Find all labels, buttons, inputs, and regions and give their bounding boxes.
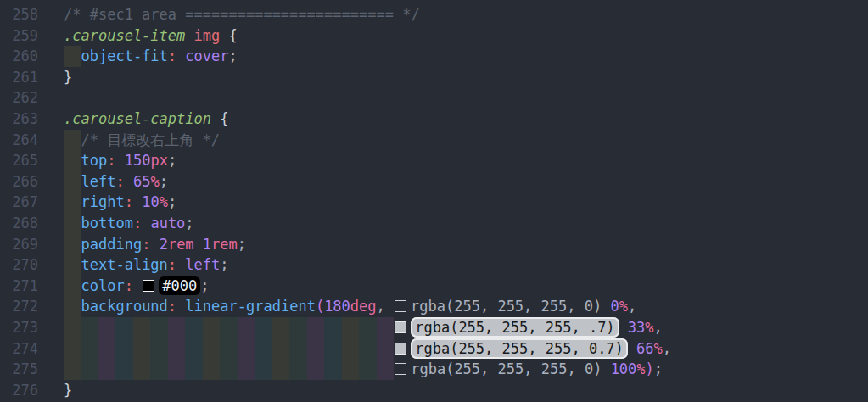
token-val: left <box>185 256 220 273</box>
line-number: 274 <box>0 338 64 360</box>
code-text: /* 目標改右上角 */ <box>64 130 868 151</box>
indent-rainbow-guide <box>81 359 98 380</box>
line-number: 268 <box>0 213 64 234</box>
token-punc <box>125 173 133 190</box>
line-number: 271 <box>0 276 64 297</box>
token-num: 10 <box>142 193 159 210</box>
code-line[interactable]: 264 /* 目標改右上角 */ <box>0 130 868 151</box>
token-num: 150 <box>125 152 151 169</box>
token-punc <box>176 47 185 64</box>
indent-rainbow-guide <box>220 338 237 360</box>
code-line[interactable]: 269 padding: 2rem 1rem; <box>0 234 868 255</box>
code-text: color: #000; <box>64 276 868 297</box>
token-punc <box>602 298 610 315</box>
code-line[interactable]: 276} <box>0 380 868 401</box>
token-punc <box>628 340 636 357</box>
token-punc: , <box>628 298 636 315</box>
token-punc: ; <box>200 277 209 294</box>
token-punc <box>133 277 142 294</box>
code-line[interactable]: 263.carousel-caption { <box>0 109 868 130</box>
indent-rainbow-guide <box>98 338 115 360</box>
token-colon: : <box>168 47 176 64</box>
line-number: 259 <box>0 25 64 47</box>
token-unit: % <box>150 173 159 190</box>
color-decorator-chip[interactable] <box>143 280 154 292</box>
token-num: 33 <box>628 319 645 336</box>
token-unit: % <box>636 360 645 377</box>
code-text: rgba(255, 255, 255, 0.7) 66%, <box>64 338 868 360</box>
indent-rainbow-guide <box>64 359 81 380</box>
indent-rainbow-guide <box>203 359 220 380</box>
indent-rainbow-guide <box>150 338 167 360</box>
indent-rainbow-guide <box>272 317 289 338</box>
indent-rainbow-guide <box>203 338 220 360</box>
code-text: } <box>64 67 868 88</box>
indent-rainbow-guide <box>185 317 202 338</box>
token-selector: .carousel-item <box>64 27 185 44</box>
indent-rainbow-guide <box>307 338 324 360</box>
token-punc <box>619 319 628 336</box>
indent-rainbow-guide <box>324 317 341 338</box>
token-brace: } <box>64 69 72 86</box>
code-line[interactable]: 272 background: linear-gradient(180deg, … <box>0 296 868 317</box>
line-number: 265 <box>0 150 64 171</box>
indent-rainbow-guide <box>64 276 81 297</box>
token-num: 1 <box>203 236 211 253</box>
indent-rainbow-guide <box>150 317 167 338</box>
code-line[interactable]: 261} <box>0 67 868 88</box>
token-colon: : <box>125 277 133 294</box>
code-text: right: 10%; <box>64 192 868 213</box>
token-prop: object-fit <box>81 47 167 64</box>
code-line[interactable]: 268 bottom: auto; <box>0 213 868 234</box>
color-decorator-chip[interactable] <box>395 300 406 312</box>
token-num: 180 <box>324 298 350 315</box>
token-punc <box>602 360 610 377</box>
token-colon: : <box>142 236 150 253</box>
token-num: 65 <box>133 173 150 190</box>
indent-rainbow-guide <box>220 317 237 338</box>
token-punc <box>142 215 150 232</box>
code-line[interactable]: 258/* #sec1 area =======================… <box>0 4 868 25</box>
color-decorator-chip[interactable] <box>395 363 406 375</box>
token-prop: color <box>81 277 124 294</box>
code-text: padding: 2rem 1rem; <box>64 234 868 255</box>
code-line[interactable]: 260 object-fit: cover; <box>0 46 868 67</box>
code-editor[interactable]: 258/* #sec1 area =======================… <box>0 0 868 402</box>
code-line[interactable]: 267 right: 10%; <box>0 192 868 213</box>
token-comment: /* 目標改右上角 */ <box>81 131 219 148</box>
indent-rainbow-guide <box>185 338 202 360</box>
code-line[interactable]: 273 rgba(255, 255, 255, .7) 33%, <box>0 317 868 338</box>
token-punc: , <box>377 298 394 315</box>
indent-rainbow-guide <box>342 317 359 338</box>
indent-rainbow-guide <box>64 213 81 234</box>
code-line[interactable]: 265 top: 150px; <box>0 150 868 171</box>
code-line[interactable]: 271 color: #000; <box>0 276 868 297</box>
token-punc <box>115 152 124 169</box>
token-paren: ( <box>316 298 324 315</box>
code-line[interactable]: 270 text-align: left; <box>0 254 868 276</box>
color-decorator-chip[interactable] <box>395 321 406 333</box>
token-prop: right <box>81 193 124 210</box>
token-punc: , <box>663 340 671 357</box>
indent-rainbow-guide <box>64 317 81 338</box>
indent-rainbow-guide <box>289 317 306 338</box>
indent-rainbow-guide <box>168 359 185 380</box>
color-value-highlight: rgba(255, 255, 255, 0.7) <box>411 338 628 359</box>
indent-rainbow-guide <box>220 359 237 380</box>
token-punc: ; <box>168 193 176 210</box>
token-prop: padding <box>81 236 142 253</box>
code-text: object-fit: cover; <box>64 46 868 67</box>
code-line[interactable]: 275 rgba(255, 255, 255, 0) 100%); <box>0 359 868 380</box>
code-line[interactable]: 262 <box>0 87 868 109</box>
code-line[interactable]: 259.carousel-item img { <box>0 25 868 47</box>
token-brace: { <box>220 110 228 127</box>
color-decorator-chip[interactable] <box>395 343 406 355</box>
code-line[interactable]: 274 rgba(255, 255, 255, 0.7) 66%, <box>0 338 868 360</box>
code-line[interactable]: 266 left: 65%; <box>0 171 868 193</box>
token-colon: : <box>107 152 115 169</box>
indent-rainbow-guide <box>168 317 185 338</box>
indent-rainbow-guide <box>359 359 376 380</box>
line-number: 276 <box>0 380 64 401</box>
indent-rainbow-guide <box>307 317 324 338</box>
token-val: auto <box>150 215 185 232</box>
